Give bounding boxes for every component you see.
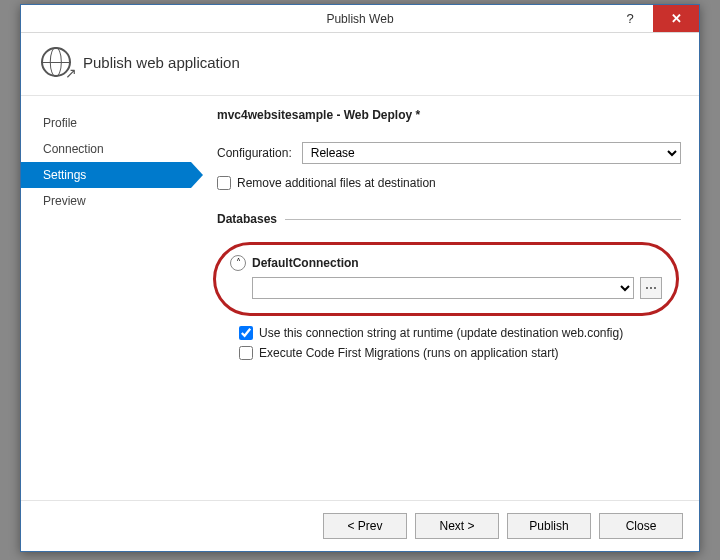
connection-options: Use this connection string at runtime (u…: [217, 326, 681, 360]
prev-button[interactable]: < Prev: [323, 513, 407, 539]
section-divider: [285, 219, 681, 220]
chevron-up-icon: ˄: [236, 258, 241, 268]
window-controls: ? ✕: [607, 5, 699, 32]
globe-publish-icon: ↗: [41, 47, 71, 77]
publish-web-dialog: Publish Web ? ✕ ↗ Publish web applicatio…: [20, 4, 700, 552]
wizard-sidebar: Profile Connection Settings Preview: [21, 96, 191, 500]
remove-files-checkbox[interactable]: Remove additional files at destination: [217, 176, 681, 190]
publish-button[interactable]: Publish: [507, 513, 591, 539]
connection-expander[interactable]: ˄: [230, 255, 246, 271]
connection-name: DefaultConnection: [252, 256, 359, 270]
sidebar-item-preview[interactable]: Preview: [21, 188, 191, 214]
code-first-label: Execute Code First Migrations (runs on a…: [259, 346, 558, 360]
dialog-header: ↗ Publish web application: [21, 33, 699, 96]
connection-string-select[interactable]: [252, 277, 634, 299]
close-window-button[interactable]: ✕: [653, 5, 699, 32]
settings-panel: mvc4websitesample - Web Deploy * Configu…: [191, 96, 699, 500]
profile-heading: mvc4websitesample - Web Deploy *: [217, 108, 681, 122]
connection-string-row: ⋯: [230, 277, 662, 299]
code-first-input[interactable]: [239, 346, 253, 360]
databases-label: Databases: [217, 212, 277, 226]
remove-files-label: Remove additional files at destination: [237, 176, 436, 190]
configuration-row: Configuration: Release: [217, 142, 681, 164]
sidebar-item-profile[interactable]: Profile: [21, 110, 191, 136]
use-runtime-input[interactable]: [239, 326, 253, 340]
use-runtime-label: Use this connection string at runtime (u…: [259, 326, 623, 340]
help-button[interactable]: ?: [607, 5, 653, 32]
close-button[interactable]: Close: [599, 513, 683, 539]
arrow-icon: ↗: [65, 65, 77, 81]
window-title: Publish Web: [21, 12, 699, 26]
dialog-body: Profile Connection Settings Preview mvc4…: [21, 96, 699, 500]
remove-files-input[interactable]: [217, 176, 231, 190]
connection-string-browse-button[interactable]: ⋯: [640, 277, 662, 299]
sidebar-item-settings[interactable]: Settings: [21, 162, 191, 188]
configuration-label: Configuration:: [217, 146, 292, 160]
use-runtime-checkbox[interactable]: Use this connection string at runtime (u…: [239, 326, 681, 340]
dialog-title: Publish web application: [83, 54, 240, 71]
titlebar: Publish Web ? ✕: [21, 5, 699, 33]
code-first-checkbox[interactable]: Execute Code First Migrations (runs on a…: [239, 346, 681, 360]
sidebar-item-connection[interactable]: Connection: [21, 136, 191, 162]
ellipsis-icon: ⋯: [645, 281, 658, 295]
databases-section-header: Databases: [217, 212, 681, 226]
dialog-footer: < Prev Next > Publish Close: [21, 500, 699, 551]
configuration-select[interactable]: Release: [302, 142, 681, 164]
connection-highlight: ˄ DefaultConnection ⋯: [213, 242, 679, 316]
connection-header: ˄ DefaultConnection: [230, 255, 662, 271]
next-button[interactable]: Next >: [415, 513, 499, 539]
